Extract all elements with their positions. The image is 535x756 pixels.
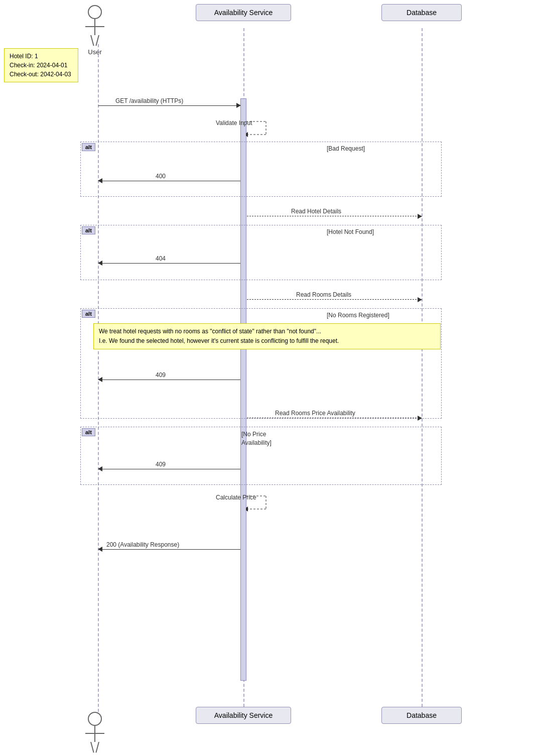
response-200-arrow xyxy=(98,549,240,550)
sequence-diagram: User Availability Service Database Hotel… xyxy=(0,0,535,756)
actor-head xyxy=(88,5,102,19)
note-line3: Check-out: 2042-04-03 xyxy=(10,70,73,79)
response-409a-arrow xyxy=(98,380,240,380)
validate-input-label: Validate Input xyxy=(216,119,252,127)
read-hotel-arrow xyxy=(247,216,422,216)
read-rooms-arrow xyxy=(247,299,422,300)
no-rooms-guard: [No Rooms Registered] xyxy=(327,312,389,319)
alt4-label: alt xyxy=(82,428,95,436)
user-top-label: User xyxy=(88,48,101,56)
alt3-label: alt xyxy=(82,310,95,318)
alt-fragment-2: alt [Hotel Not Found] xyxy=(80,225,442,280)
actor-head-bottom xyxy=(88,712,102,726)
database-header: Database xyxy=(381,4,462,21)
response-200-label: 200 (Availability Response) xyxy=(106,541,179,548)
get-availability-label: GET /availability (HTTPs) xyxy=(115,97,183,104)
response-400-label: 400 xyxy=(156,173,166,180)
note-line2: Check-in: 2024-04-01 xyxy=(10,61,73,70)
response-404-arrow xyxy=(98,263,240,264)
alt-fragment-4: alt [No PriceAvailability] xyxy=(80,427,442,485)
read-price-label: Read Rooms Price Availability xyxy=(275,410,355,417)
no-price-guard: [No PriceAvailability] xyxy=(241,430,272,447)
get-availability-arrow xyxy=(98,105,240,106)
note-line1: Hotel ID: 1 xyxy=(10,52,73,61)
read-price-arrow xyxy=(247,418,422,418)
conflict-note-text: We treat hotel requests with no rooms as… xyxy=(99,327,435,346)
user-actor-top: User xyxy=(85,5,104,56)
database-footer: Database xyxy=(381,707,462,724)
response-409a-label: 409 xyxy=(156,371,166,379)
availability-service-header: Availability Service xyxy=(196,4,291,21)
response-409b-label: 409 xyxy=(156,461,166,468)
read-rooms-label: Read Rooms Details xyxy=(296,291,351,298)
read-hotel-label: Read Hotel Details xyxy=(291,208,341,215)
user-actor-bottom: User xyxy=(85,712,104,756)
availability-service-footer: Availability Service xyxy=(196,707,291,724)
svg-marker-7 xyxy=(246,507,248,512)
alt2-label: alt xyxy=(82,226,95,234)
note-box-params: Hotel ID: 1 Check-in: 2024-04-01 Check-o… xyxy=(4,48,78,82)
hotel-not-found-guard: [Hotel Not Found] xyxy=(327,228,374,235)
alt1-label: alt xyxy=(82,143,95,151)
calculate-price-label: Calculate Price xyxy=(216,494,256,501)
response-409b-arrow xyxy=(98,469,240,469)
response-404-label: 404 xyxy=(156,255,166,262)
alt-fragment-1: alt [Bad Request] xyxy=(80,142,442,197)
svg-marker-3 xyxy=(246,132,248,137)
response-400-arrow xyxy=(98,181,240,181)
note-box-conflict: We treat hotel requests with no rooms as… xyxy=(93,323,441,349)
bad-request-guard: [Bad Request] xyxy=(327,145,365,152)
